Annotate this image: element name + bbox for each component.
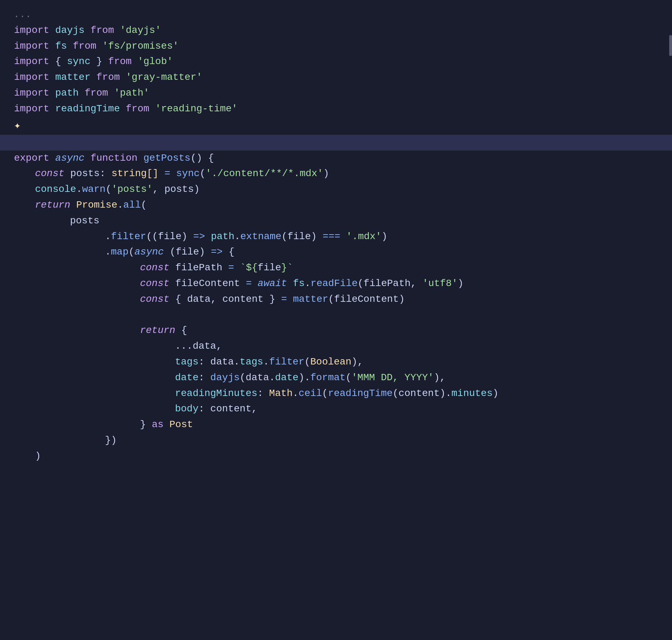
param-file-2: file — [287, 229, 311, 245]
str-path: 'path' — [114, 85, 149, 101]
code-editor: ... import dayjs from 'dayjs' import fs … — [0, 0, 672, 640]
keyword-await: await — [258, 276, 287, 292]
str-gray-matter: 'gray-matter' — [126, 70, 202, 85]
path-obj: path — [211, 229, 234, 245]
line-reading-minutes: readingMinutes : Math . ceil ( readingTi… — [0, 386, 672, 402]
line-body: body : content , — [0, 401, 672, 417]
import-path: path — [55, 85, 79, 101]
scrollbar[interactable] — [669, 35, 672, 56]
str-reading-time: 'reading-time' — [155, 101, 237, 117]
fn-map: map — [111, 244, 128, 260]
line-posts-chain: posts — [0, 213, 672, 229]
fn-readfile: readFile — [310, 276, 357, 292]
var-data: data — [187, 292, 210, 307]
line-import-sync: import { sync } from 'glob' — [0, 54, 672, 70]
keyword-function: function — [90, 151, 137, 166]
prop-minutes: minutes — [451, 386, 493, 402]
math-obj: Math — [269, 386, 293, 402]
line-filter: . filter (( file ) => path . extname ( f… — [0, 229, 672, 245]
line-sparkle: ✦ — [0, 117, 672, 135]
line-blank-cursor — [0, 135, 672, 151]
prop-reading-minutes: readingMinutes — [175, 386, 257, 402]
var-filecontent: fileContent — [175, 276, 240, 292]
line-close-as: } as Post — [0, 417, 672, 433]
import-readingtime: readingTime — [55, 101, 120, 117]
equals-op-3: = — [246, 276, 252, 292]
var-content-2: content — [210, 401, 252, 417]
var-filecontent-2: fileContent — [334, 292, 399, 307]
equals-op: = — [164, 166, 170, 182]
fn-readingtime: readingTime — [328, 386, 393, 402]
line-close-map: }) — [0, 433, 672, 448]
keyword-import: import — [14, 23, 49, 39]
equals-op-2: = — [228, 260, 234, 276]
ellipsis-text: ... — [14, 7, 31, 23]
strict-eq: === — [323, 229, 340, 245]
fn-format: format — [310, 370, 346, 386]
type-string-array: string[] — [111, 166, 158, 182]
param-file: file — [158, 229, 181, 245]
str-dayjs: 'dayjs' — [120, 23, 161, 39]
keyword-import-3: import — [14, 54, 49, 70]
fs-obj: fs — [293, 276, 305, 292]
keyword-async-2: async — [134, 244, 164, 260]
line-const-filecontent: const fileContent = await fs . readFile … — [0, 276, 672, 292]
keyword-async: async — [55, 151, 85, 166]
template-str-2: }` — [281, 260, 293, 276]
var-posts: posts — [70, 166, 100, 182]
str-mdx: '.mdx' — [346, 229, 382, 245]
str-glob-pattern: './content/**/*.mdx' — [205, 166, 323, 182]
keyword-const: const — [35, 166, 64, 182]
arrow-op-2: => — [211, 244, 223, 260]
line-const-filepath: const filePath = `${file}` — [0, 260, 672, 276]
var-filepath-2: filePath — [364, 276, 411, 292]
line-tags: tags : data . tags . filter ( Boolean ), — [0, 354, 672, 370]
keyword-import-2: import — [14, 39, 49, 54]
equals-op-4: = — [281, 292, 287, 307]
line-date: date : dayjs ( data . date ). format ( '… — [0, 370, 672, 386]
fn-extname: extname — [240, 229, 282, 245]
line-export-fn: export async function getPosts () { — [0, 151, 672, 166]
line-close-paren: ) — [0, 448, 672, 464]
keyword-import-5: import — [14, 85, 49, 101]
line-import-matter: import matter from 'gray-matter' — [0, 70, 672, 85]
fn-warn: warn — [82, 182, 105, 197]
line-map: . map ( async ( file ) => { — [0, 244, 672, 260]
var-content: content — [222, 292, 264, 307]
keyword-from-4: from — [96, 70, 120, 85]
var-data-spread: data — [192, 339, 216, 354]
type-post: Post — [169, 417, 193, 433]
prop-date-2: date — [275, 370, 299, 386]
import-fs: fs — [55, 39, 67, 54]
fn-all: all — [123, 197, 141, 213]
fn-dayjs: dayjs — [210, 370, 240, 386]
prop-date: date — [175, 370, 198, 386]
line-return-obj: return { — [0, 323, 672, 339]
promise-obj: Promise — [76, 197, 118, 213]
fn-filter-2: filter — [269, 354, 304, 370]
keyword-from-2: from — [73, 39, 96, 54]
var-posts-2: posts — [164, 182, 194, 197]
import-dayjs: dayjs — [55, 23, 85, 39]
str-date-format: 'MMM DD, YYYY' — [351, 370, 434, 386]
param-file-3: file — [176, 244, 199, 260]
str-fs: 'fs/promises' — [102, 39, 178, 54]
line-blank-2 — [0, 307, 672, 323]
var-data-tags: data — [210, 354, 234, 370]
keyword-from-6: from — [126, 101, 149, 117]
keyword-from-5: from — [85, 85, 108, 101]
line-const-posts: const posts : string[] = sync ( './conte… — [0, 166, 672, 182]
line-ellipsis: ... — [0, 7, 672, 23]
import-sync: sync — [67, 54, 90, 70]
console-obj: console — [35, 182, 76, 197]
fn-ceil: ceil — [299, 386, 322, 402]
line-const-data: const { data , content } = matter ( file… — [0, 292, 672, 307]
keyword-as: as — [152, 417, 164, 433]
str-glob: 'glob' — [138, 54, 173, 70]
line-import-dayjs: import dayjs from 'dayjs' — [0, 23, 672, 39]
line-spread-data: ... data , — [0, 339, 672, 354]
boolean-fn: Boolean — [310, 354, 352, 370]
keyword-from: from — [90, 23, 114, 39]
var-filepath: filePath — [175, 260, 222, 276]
template-str-1: `${ — [240, 260, 258, 276]
